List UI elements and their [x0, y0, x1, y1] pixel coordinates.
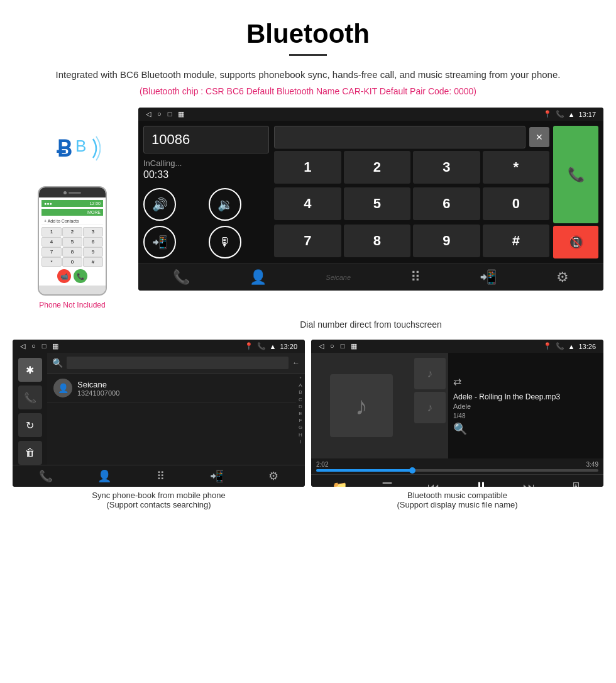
pb-sync-btn[interactable]: ↻ [18, 413, 42, 437]
location-icon: 📍 [543, 110, 552, 118]
pb-delete-btn[interactable]: 🗑 [18, 441, 42, 465]
nav-contacts-icon[interactable]: 👤 [250, 269, 267, 286]
phonebook-screen: ◁ ○ □ ▦ 📍 📞 ▲ 13:20 ✱ 📞 ↻ [13, 340, 305, 487]
number-input-display [274, 126, 525, 148]
phone-btn-2[interactable]: 2 [62, 227, 82, 236]
pb-alpha-h[interactable]: H [299, 431, 302, 438]
phone-call-btn[interactable]: 📞 [74, 269, 87, 283]
key-4[interactable]: 4 [274, 187, 341, 220]
music-folder-icon[interactable]: 📁 [332, 480, 348, 487]
pb-location-icon: 📍 [245, 342, 253, 350]
key-8[interactable]: 8 [344, 225, 411, 257]
pb-alpha-c[interactable]: C [299, 396, 302, 403]
bluetooth-icon-wrapper: Ƀ B [47, 126, 97, 177]
music-next-icon[interactable]: ⏭ [523, 480, 536, 487]
music-search-icon[interactable]: 🔍 [453, 422, 598, 436]
pb-alpha-a[interactable]: A [299, 382, 302, 389]
nav-transfer-icon[interactable]: 📲 [480, 269, 497, 286]
pb-nav-phone-icon[interactable]: 📞 [39, 469, 53, 483]
music-eq-icon[interactable]: 🎚 [570, 480, 583, 487]
music-status-bar: ◁ ○ □ ▦ 📍 📞 ▲ 13:26 [311, 340, 603, 353]
music-side-thumbnails: ♪ ♪ [412, 353, 448, 458]
side-thumb-1-icon: ♪ [427, 367, 433, 380]
shuffle-icon[interactable]: ⇄ [453, 375, 598, 387]
music-note-icon: ♪ [355, 392, 368, 420]
phone-btn-8[interactable]: 8 [62, 247, 82, 257]
pb-alpha-star[interactable]: * [299, 375, 301, 382]
side-thumb-1[interactable]: ♪ [414, 358, 446, 389]
music-wifi-icon: ▲ [568, 343, 575, 350]
phone-btn-9[interactable]: 9 [83, 247, 103, 257]
key-1[interactable]: 1 [274, 151, 341, 184]
phone-btn-5[interactable]: 5 [62, 237, 82, 247]
phone-btn-7[interactable]: 7 [41, 247, 62, 257]
pb-sidebar: ✱ 📞 ↻ 🗑 [13, 353, 47, 465]
pb-back-arrow-icon: ← [292, 358, 300, 367]
key-0[interactable]: 0 [483, 187, 550, 220]
music-time-current: 2:02 [316, 461, 328, 468]
pb-alpha-i[interactable]: I [300, 438, 301, 445]
pb-phone-btn[interactable]: 📞 [18, 386, 42, 409]
transfer-call-button[interactable]: 📲 [143, 226, 176, 258]
key-3[interactable]: 3 [413, 151, 480, 184]
pb-alpha-e[interactable]: E [299, 410, 302, 417]
nav-phone-icon[interactable]: 📞 [173, 269, 190, 286]
accept-call-button[interactable]: 📞 [553, 126, 598, 223]
music-caption-line1: Bluetooth music compatible [314, 491, 601, 500]
nav-settings-icon[interactable]: ⚙ [556, 269, 569, 286]
svg-text:B: B [75, 136, 86, 155]
pb-contact-avatar: 👤 [53, 379, 72, 397]
pb-contact-row[interactable]: 👤 Seicane 13241007000 [47, 374, 296, 403]
pb-alpha-d[interactable]: D [299, 403, 302, 410]
main-screen-wrapper: ◁ ○ □ ▦ 📍 📞 ▲ 13:17 10086 InCalling... [138, 108, 603, 291]
pb-alpha-b[interactable]: B [299, 389, 302, 396]
volume-up-button[interactable]: 🔊 [143, 188, 176, 221]
music-panel: ◁ ○ □ ▦ 📍 📞 ▲ 13:26 [311, 340, 603, 511]
pb-search-input[interactable] [67, 357, 289, 369]
music-progress-bar[interactable] [316, 469, 598, 472]
numpad: 1 2 3 * 4 5 6 0 7 8 9 # [274, 151, 549, 258]
phone-video-btn[interactable]: 📹 [57, 269, 71, 283]
phone-btn-0[interactable]: 0 [62, 257, 82, 267]
phone-btn-6[interactable]: 6 [83, 237, 103, 247]
key-6[interactable]: 6 [413, 187, 480, 220]
phone-btn-3[interactable]: 3 [83, 227, 103, 236]
volume-down-button[interactable]: 🔉 [209, 188, 241, 221]
key-5[interactable]: 5 [344, 187, 411, 220]
pb-bottom-nav: 📞 👤 ⠿ 📲 ⚙ [13, 465, 305, 487]
pb-contacts-list-wrapper: 👤 Seicane 13241007000 * A B [47, 374, 305, 465]
key-2[interactable]: 2 [344, 151, 411, 184]
main-bottom-nav: 📞 👤 Seicane ⠿ 📲 ⚙ [138, 264, 603, 291]
bottom-panels: ◁ ○ □ ▦ 📍 📞 ▲ 13:20 ✱ 📞 ↻ [0, 340, 616, 523]
phone-btn-hash[interactable]: # [83, 257, 103, 267]
decline-call-button[interactable]: 📵 [553, 226, 598, 258]
pb-nav-person-icon[interactable]: 👤 [97, 469, 111, 483]
phone-speaker [69, 192, 81, 194]
key-star[interactable]: * [483, 151, 550, 184]
pb-wifi-icon: ▲ [270, 343, 277, 350]
nav-keypad-icon[interactable]: ⠿ [410, 269, 421, 286]
music-play-pause-button[interactable]: ⏸ [474, 479, 489, 487]
key-9[interactable]: 9 [413, 225, 480, 257]
music-info-area: ⇄ Adele - Rolling In the Deep.mp3 Adele … [448, 353, 603, 458]
delete-button[interactable]: ✕ [529, 127, 549, 147]
pb-alpha-g[interactable]: G [299, 424, 302, 431]
pb-bluetooth-btn[interactable]: ✱ [18, 358, 42, 382]
key-hash[interactable]: # [483, 225, 550, 257]
phone-btn-star[interactable]: * [41, 257, 62, 267]
pb-alpha-f[interactable]: F [299, 417, 302, 424]
phone-btn-4[interactable]: 4 [41, 237, 62, 247]
key-7[interactable]: 7 [274, 225, 341, 257]
music-progress-dot [409, 467, 415, 474]
music-prev-icon[interactable]: ⏮ [427, 480, 440, 487]
pb-contact-info: Seicane 13241007000 [77, 380, 119, 397]
mute-button[interactable]: 🎙 [209, 226, 241, 258]
pb-nav-settings-icon[interactable]: ⚙ [268, 469, 278, 483]
main-status-bar: ◁ ○ □ ▦ 📍 📞 ▲ 13:17 [138, 108, 603, 121]
side-thumb-2[interactable]: ♪ [414, 392, 446, 423]
main-car-screen: ◁ ○ □ ▦ 📍 📞 ▲ 13:17 10086 InCalling... [138, 108, 603, 291]
music-list-icon[interactable]: ☰ [382, 480, 393, 487]
pb-nav-grid-icon[interactable]: ⠿ [157, 469, 165, 483]
phone-btn-1[interactable]: 1 [41, 227, 62, 236]
pb-nav-transfer-icon[interactable]: 📲 [210, 469, 224, 483]
